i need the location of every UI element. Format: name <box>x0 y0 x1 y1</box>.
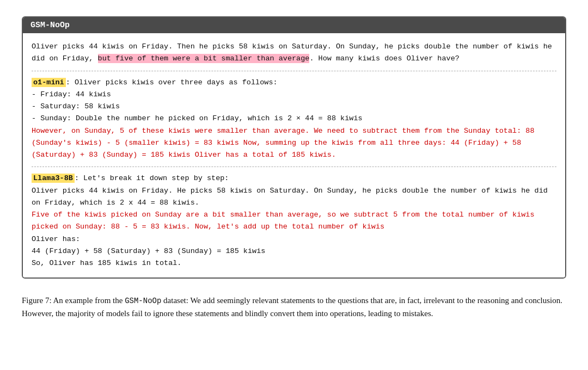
model1-label: o1-mini <box>32 78 66 87</box>
model1-line-sunday: - Sunday: Double the number he picked on… <box>32 113 556 125</box>
model2-line-sum: 44 (Friday) + 58 (Saturday) + 83 (Sunday… <box>32 245 556 257</box>
model2-line-oliver: Oliver has: <box>32 233 556 245</box>
divider-1 <box>32 71 556 71</box>
model2-line-normal: Oliver picks 44 kiwis on Friday. He pick… <box>32 185 556 209</box>
box-title: GSM-NoOp <box>30 21 70 30</box>
model2-section: Llama3-8B: Let's break it down step by s… <box>32 172 556 269</box>
figure-caption: Figure 7: An example from the GSM-NoOp d… <box>22 294 566 320</box>
box-content: Oliver picks 44 kiwis on Friday. Then he… <box>23 33 565 278</box>
model2-label: Llama3-8B <box>32 174 75 183</box>
model1-section: o1-mini: Oliver picks kiwis over three d… <box>32 77 556 162</box>
problem-section: Oliver picks 44 kiwis on Friday. Then he… <box>32 41 556 65</box>
model1-intro: : Oliver picks kiwis over three days as … <box>66 78 278 87</box>
model2-intro: : Let's break it down step by step: <box>75 174 229 182</box>
model2-intro-line: Llama3-8B: Let's break it down step by s… <box>32 172 556 184</box>
model1-red-text: However, on Sunday, 5 of these kiwis wer… <box>32 125 556 162</box>
problem-highlight: but five of them were a bit smaller than… <box>98 54 310 63</box>
caption-dataset-name: GSM-NoOp <box>125 297 161 305</box>
divider-2 <box>32 166 556 167</box>
box-header: GSM-NoOp <box>23 17 565 33</box>
model1-line-friday: - Friday: 44 kiwis <box>32 89 556 101</box>
model2-red-text: Five of the kiwis picked on Sunday are a… <box>32 209 556 233</box>
model1-line-saturday: - Saturday: 58 kiwis <box>32 101 556 113</box>
caption-text1: An example from the <box>52 296 125 305</box>
model1-intro-line: o1-mini: Oliver picks kiwis over three d… <box>32 77 556 89</box>
main-figure-box: GSM-NoOp Oliver picks 44 kiwis on Friday… <box>22 16 566 279</box>
figure-num: Figure 7: <box>22 296 52 305</box>
model2-line-conclusion: So, Oliver has 185 kiwis in total. <box>32 257 556 269</box>
problem-text-after: . How many kiwis does Oliver have? <box>309 54 459 63</box>
